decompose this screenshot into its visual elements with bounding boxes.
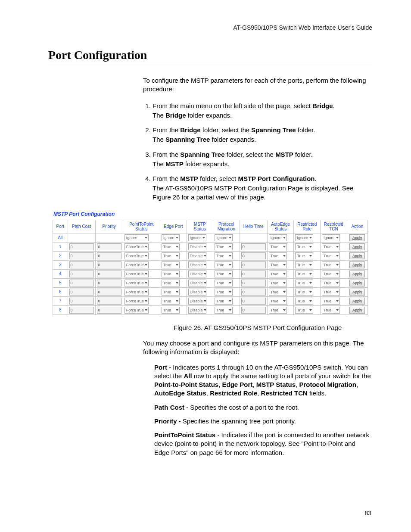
dropdown[interactable]: Ignore xyxy=(322,234,340,241)
dropdown[interactable]: Ignore xyxy=(295,234,313,241)
dropdown[interactable]: True xyxy=(322,243,340,250)
dropdown[interactable]: True xyxy=(269,243,287,250)
dropdown[interactable]: True xyxy=(162,298,180,305)
dropdown[interactable]: True xyxy=(295,289,313,296)
dropdown[interactable]: ForceTrue xyxy=(125,298,149,305)
text-input[interactable] xyxy=(97,261,121,268)
text-input[interactable] xyxy=(241,252,266,259)
dropdown[interactable]: Ignore xyxy=(188,234,206,241)
text-input[interactable] xyxy=(241,298,266,305)
dropdown[interactable]: True xyxy=(162,289,180,296)
text-input[interactable] xyxy=(69,271,94,277)
dropdown[interactable]: True xyxy=(269,261,287,268)
dropdown[interactable]: True xyxy=(162,280,180,286)
dropdown[interactable]: Ignore xyxy=(269,234,287,241)
dropdown[interactable]: Disable xyxy=(188,252,206,259)
apply-button[interactable]: Apply xyxy=(349,289,365,296)
dropdown[interactable]: ForceTrue xyxy=(125,261,149,268)
apply-button[interactable]: Apply xyxy=(349,271,365,277)
dropdown[interactable]: True xyxy=(215,243,233,250)
dropdown[interactable]: True xyxy=(269,298,287,305)
apply-button[interactable]: Apply xyxy=(349,243,365,250)
text-input[interactable] xyxy=(69,243,94,250)
text-input[interactable] xyxy=(69,307,94,314)
text-input[interactable] xyxy=(69,252,94,259)
text-input[interactable] xyxy=(241,243,266,250)
text-input[interactable] xyxy=(241,261,266,268)
dropdown[interactable]: Disable xyxy=(188,289,206,296)
apply-button[interactable]: Apply xyxy=(349,280,365,286)
text-input[interactable] xyxy=(69,280,94,286)
dropdown[interactable]: ForceTrue xyxy=(125,271,149,277)
dropdown[interactable]: Disable xyxy=(188,271,206,277)
dropdown[interactable]: True xyxy=(162,271,180,277)
text-input[interactable] xyxy=(97,307,121,314)
text-input[interactable] xyxy=(241,280,266,286)
dropdown[interactable]: True xyxy=(295,271,313,277)
text-input[interactable] xyxy=(97,243,121,250)
dropdown[interactable]: True xyxy=(322,307,340,314)
dropdown[interactable]: ForceTrue xyxy=(125,307,149,314)
dropdown[interactable]: True xyxy=(269,271,287,277)
apply-button[interactable]: Apply xyxy=(349,261,365,268)
chevron-down-icon xyxy=(309,309,312,311)
dropdown[interactable]: True xyxy=(162,243,180,250)
dropdown[interactable]: True xyxy=(295,243,313,250)
dropdown[interactable]: True xyxy=(269,289,287,296)
text-input[interactable] xyxy=(97,252,121,259)
dropdown[interactable]: True xyxy=(215,307,233,314)
dropdown[interactable]: True xyxy=(215,289,233,296)
dropdown[interactable]: True xyxy=(295,307,313,314)
text-input[interactable] xyxy=(69,261,94,268)
apply-button[interactable]: Apply xyxy=(349,298,365,305)
dropdown[interactable]: Disable xyxy=(188,280,206,286)
text-input[interactable] xyxy=(97,271,121,277)
text-input[interactable] xyxy=(241,289,266,296)
dropdown[interactable]: True xyxy=(322,289,340,296)
dropdown[interactable]: Ignore xyxy=(125,234,149,241)
dropdown[interactable]: True xyxy=(295,298,313,305)
chevron-down-icon xyxy=(336,282,339,284)
dropdown[interactable]: True xyxy=(269,252,287,259)
dropdown[interactable]: ForceTrue xyxy=(125,243,149,250)
dropdown[interactable]: True xyxy=(322,280,340,286)
dropdown[interactable]: Disable xyxy=(188,307,206,314)
dropdown[interactable]: True xyxy=(322,271,340,277)
dropdown[interactable]: True xyxy=(295,261,313,268)
apply-button[interactable]: Apply xyxy=(349,252,365,259)
dropdown[interactable]: Disable xyxy=(188,243,206,250)
chevron-down-icon xyxy=(309,237,312,239)
dropdown[interactable]: ForceTrue xyxy=(125,289,149,296)
dropdown[interactable]: True xyxy=(215,271,233,277)
dropdown[interactable]: Disable xyxy=(188,298,206,305)
text-input[interactable] xyxy=(69,289,94,296)
dropdown[interactable]: True xyxy=(295,280,313,286)
dropdown[interactable]: ForceTrue xyxy=(125,252,149,259)
dropdown[interactable]: True xyxy=(269,280,287,286)
dropdown[interactable]: True xyxy=(162,252,180,259)
dropdown[interactable]: ForceTrue xyxy=(125,280,149,286)
dropdown[interactable]: Disable xyxy=(188,261,206,268)
dropdown[interactable]: True xyxy=(162,307,180,314)
dropdown[interactable]: True xyxy=(269,307,287,314)
apply-button[interactable]: Apply xyxy=(349,307,365,314)
dropdown[interactable]: True xyxy=(215,280,233,286)
dropdown[interactable]: Ignore xyxy=(162,234,180,241)
text-input[interactable] xyxy=(241,307,266,314)
dropdown[interactable]: True xyxy=(162,261,180,268)
dropdown[interactable]: True xyxy=(215,261,233,268)
text-input[interactable] xyxy=(97,280,121,286)
text-input[interactable] xyxy=(97,289,121,296)
text-input[interactable] xyxy=(69,298,94,305)
chevron-down-icon xyxy=(283,264,286,266)
dropdown[interactable]: True xyxy=(322,298,340,305)
dropdown[interactable]: True xyxy=(215,252,233,259)
dropdown[interactable]: True xyxy=(322,252,340,259)
dropdown[interactable]: True xyxy=(215,298,233,305)
dropdown[interactable]: True xyxy=(322,261,340,268)
text-input[interactable] xyxy=(241,271,266,277)
dropdown[interactable]: Ignore xyxy=(215,234,233,241)
text-input[interactable] xyxy=(97,298,121,305)
dropdown[interactable]: True xyxy=(295,252,313,259)
apply-button[interactable]: Apply xyxy=(349,234,365,241)
